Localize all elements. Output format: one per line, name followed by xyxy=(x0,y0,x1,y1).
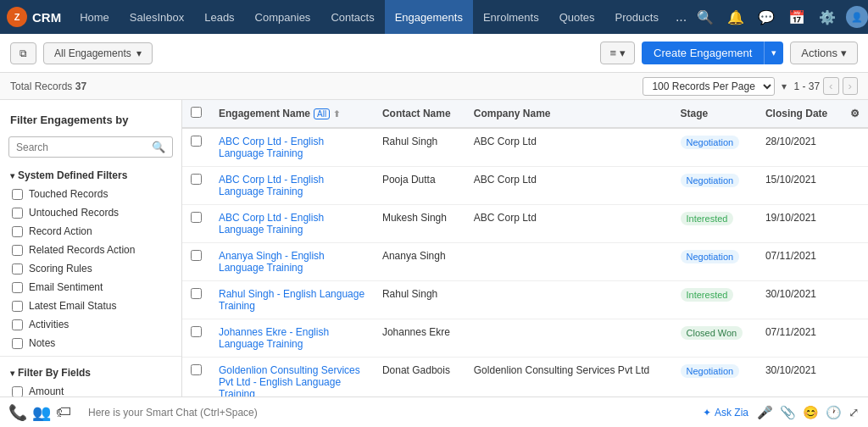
row-actions-cell xyxy=(842,319,868,358)
system-filters-header[interactable]: ▾ System Defined Filters xyxy=(0,163,181,185)
search-icon[interactable]: 🔍 xyxy=(693,6,717,29)
phone-icon[interactable]: 📞 xyxy=(8,403,27,422)
engagement-name-cell[interactable]: ABC Corp Ltd - English Language Training xyxy=(210,205,374,243)
activities-checkbox[interactable] xyxy=(12,319,23,330)
ask-zia-button[interactable]: ✦ Ask Zia xyxy=(703,407,748,419)
closing-date-cell: 07/11/2021 xyxy=(757,243,842,281)
prev-page-button[interactable]: ‹ xyxy=(823,77,838,95)
row-actions-cell xyxy=(842,205,868,243)
filter-latest-email-status[interactable]: Latest Email Status xyxy=(0,297,181,315)
row-select-checkbox[interactable] xyxy=(191,288,202,299)
records-per-page-select[interactable]: 100 Records Per Page xyxy=(643,77,775,96)
all-engagements-label: All Engagements xyxy=(54,47,131,59)
row-select-checkbox[interactable] xyxy=(191,174,202,185)
company-name-header[interactable]: Company Name xyxy=(465,100,672,128)
row-checkbox-cell xyxy=(182,281,210,319)
contacts-icon[interactable]: 👥 xyxy=(32,403,51,422)
email-sentiment-checkbox[interactable] xyxy=(12,282,23,293)
row-checkbox-cell xyxy=(182,128,210,167)
stage-badge: Interested xyxy=(681,212,734,225)
nav-quotes[interactable]: Quotes xyxy=(549,0,605,34)
table-row: Goldenlion Consulting Services Pvt Ltd -… xyxy=(182,358,868,397)
row-select-checkbox[interactable] xyxy=(191,136,202,147)
engagement-name-cell[interactable]: Johannes Ekre - English Language Trainin… xyxy=(210,319,374,358)
engagement-name-all-badge: All xyxy=(314,108,330,119)
contact-name-cell: Johannes Ekre xyxy=(374,319,465,358)
nav-leads[interactable]: Leads xyxy=(194,0,244,34)
search-icon: 🔍 xyxy=(152,141,165,153)
bell-icon[interactable]: 🔔 xyxy=(724,6,748,29)
nav-more[interactable]: ... xyxy=(669,0,693,34)
smart-chat-input[interactable] xyxy=(88,407,686,419)
nav-products[interactable]: Products xyxy=(605,0,669,34)
tag-icon[interactable]: 🏷 xyxy=(56,403,71,421)
filter-email-sentiment[interactable]: Email Sentiment xyxy=(0,278,181,297)
create-engagement-arrow[interactable]: ▾ xyxy=(764,42,783,64)
filter-activities[interactable]: Activities xyxy=(0,315,181,334)
nav-enrolments[interactable]: Enrolments xyxy=(473,0,549,34)
engagement-name-cell[interactable]: Goldenlion Consulting Services Pvt Ltd -… xyxy=(210,358,374,397)
engagement-name-cell[interactable]: Rahul Singh - English Language Training xyxy=(210,281,374,319)
view-toggle-button[interactable]: ≡ ▾ xyxy=(600,42,635,64)
nav-contacts[interactable]: Contacts xyxy=(320,0,384,34)
filter-notes[interactable]: Notes xyxy=(0,334,181,352)
next-page-button[interactable]: › xyxy=(843,77,858,95)
closing-date-header[interactable]: Closing Date xyxy=(757,100,842,128)
filter-scoring-rules[interactable]: Scoring Rules xyxy=(0,259,181,278)
latest-email-status-checkbox[interactable] xyxy=(12,301,23,312)
mic-icon[interactable]: 🎤 xyxy=(757,405,773,420)
nav-home[interactable]: Home xyxy=(70,0,120,34)
stage-header[interactable]: Stage xyxy=(672,100,757,128)
smiley-icon[interactable]: 😊 xyxy=(803,405,819,420)
engagement-name-cell[interactable]: Ananya Singh - English Language Training xyxy=(210,243,374,281)
settings-icon[interactable]: ⚙️ xyxy=(815,6,839,29)
actions-button[interactable]: Actions ▾ xyxy=(790,42,858,64)
user-avatar[interactable]: 👤 xyxy=(846,6,868,28)
expand-icon[interactable]: ⤢ xyxy=(849,405,860,420)
row-select-checkbox[interactable] xyxy=(191,212,202,223)
smart-chat-area xyxy=(80,407,694,419)
stage-cell: Interested xyxy=(672,281,757,319)
filter-record-action[interactable]: Record Action xyxy=(0,222,181,241)
nav-salesinbox[interactable]: SalesInbox xyxy=(120,0,194,34)
stage-badge: Negotiation xyxy=(681,136,740,149)
search-input[interactable] xyxy=(16,141,148,153)
engagement-name-header[interactable]: Engagement Name All ⬆ xyxy=(210,100,374,128)
clock-icon[interactable]: 🕐 xyxy=(826,405,842,420)
row-select-checkbox[interactable] xyxy=(191,250,202,261)
zia-icon: ✦ xyxy=(703,407,711,419)
attachment-icon[interactable]: 📎 xyxy=(780,405,796,420)
row-select-checkbox[interactable] xyxy=(191,326,202,337)
field-filters-header[interactable]: ▾ Filter By Fields xyxy=(0,360,181,382)
create-engagement-button[interactable]: Create Engagement xyxy=(642,42,764,64)
filter-untouched-records[interactable]: Untouched Records xyxy=(0,203,181,222)
filter-related-records-action[interactable]: Related Records Action xyxy=(0,241,181,259)
stage-cell: Negotiation xyxy=(672,128,757,167)
filter-amount[interactable]: Amount xyxy=(0,382,181,396)
contact-name-header[interactable]: Contact Name xyxy=(374,100,465,128)
record-action-checkbox[interactable] xyxy=(12,226,23,237)
select-all-checkbox[interactable] xyxy=(191,107,202,118)
untouched-records-checkbox[interactable] xyxy=(12,208,23,219)
main-content: Filter Engagements by 🔍 ▾ System Defined… xyxy=(0,100,868,396)
filter-icon-button[interactable]: ⧉ xyxy=(10,42,36,64)
crm-logo[interactable]: Z CRM xyxy=(7,7,61,27)
stage-cell: Interested xyxy=(672,205,757,243)
engagement-name-cell[interactable]: ABC Corp Ltd - English Language Training xyxy=(210,128,374,167)
notes-checkbox[interactable] xyxy=(12,338,23,349)
closing-date-cell: 28/10/2021 xyxy=(757,128,842,167)
touched-records-checkbox[interactable] xyxy=(12,189,23,200)
engagement-name-cell[interactable]: ABC Corp Ltd - English Language Training xyxy=(210,167,374,205)
all-engagements-dropdown[interactable]: All Engagements ▾ xyxy=(43,42,153,64)
scoring-rules-checkbox[interactable] xyxy=(12,263,23,274)
column-settings-header[interactable]: ⚙ xyxy=(842,100,868,128)
nav-companies[interactable]: Companies xyxy=(245,0,321,34)
search-input-wrap: 🔍 xyxy=(8,136,173,158)
amount-checkbox[interactable] xyxy=(12,386,23,397)
calendar-icon[interactable]: 📅 xyxy=(785,6,809,29)
nav-engagements[interactable]: Engagements xyxy=(385,0,473,34)
related-records-action-checkbox[interactable] xyxy=(12,245,23,256)
chat-icon[interactable]: 💬 xyxy=(754,6,778,29)
filter-touched-records[interactable]: Touched Records xyxy=(0,185,181,203)
row-select-checkbox[interactable] xyxy=(191,364,202,375)
